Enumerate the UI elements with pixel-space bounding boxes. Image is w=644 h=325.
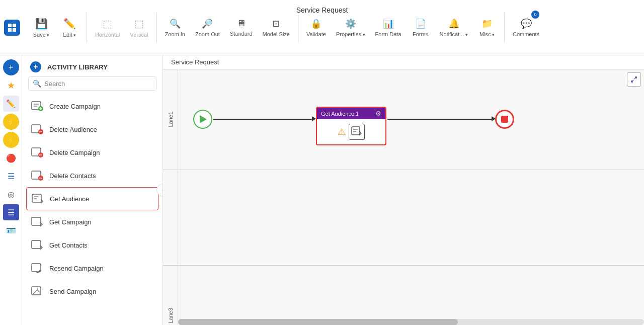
search-input[interactable] xyxy=(44,80,152,88)
lane3: Lane3 xyxy=(163,266,644,325)
expand-canvas-button[interactable] xyxy=(627,72,641,87)
vertical-button[interactable]: ⬚ Vertical xyxy=(126,8,152,48)
nav-yellow-button[interactable]: ⚡ xyxy=(3,132,19,148)
lane1-label-box: Lane1 xyxy=(163,69,178,170)
edit-button[interactable]: ✏️ Edit xyxy=(56,8,83,48)
node-content xyxy=(349,124,365,140)
node-title: Get Audience.1 xyxy=(321,111,359,117)
save-button[interactable]: 💾 Save xyxy=(28,8,54,48)
delete-contacts-label: Delete Contacts xyxy=(49,172,96,180)
nav-edit-button[interactable]: ✏️ xyxy=(3,96,19,112)
lane1: Lane1 Get Audience.1 ⚙ ⚠ xyxy=(163,69,644,170)
node-gear-button[interactable]: ⚙ xyxy=(375,110,381,117)
svg-rect-27 xyxy=(352,127,360,135)
search-box[interactable]: 🔍 xyxy=(28,76,156,91)
start-node[interactable] xyxy=(193,110,212,129)
model-size-button[interactable]: ⊡ Model Size xyxy=(259,8,294,48)
nav-icons: + ★ ✏️ ⚡ ⚡ 🔴 ☰ ◎ ☰ 🪪 xyxy=(0,55,22,325)
forms-button[interactable]: 📄 Forms xyxy=(408,8,434,48)
save-label: Save xyxy=(33,32,50,38)
nav-list-button[interactable]: 🔴 xyxy=(3,150,19,166)
form-data-button[interactable]: 📊 Form Data xyxy=(371,8,406,48)
delete-campaign-icon xyxy=(30,145,44,159)
svg-rect-0 xyxy=(8,23,12,27)
zoom-out-button[interactable]: 🔎 Zoom Out xyxy=(191,8,224,48)
comments-badge: 0 xyxy=(531,11,539,19)
notifications-icon: 🔔 xyxy=(448,18,459,29)
activity-list: Create Campaign Delete Audience xyxy=(22,95,163,325)
app-logo xyxy=(4,20,20,36)
standard-icon: 🖥 xyxy=(236,18,246,29)
activity-item-send-campaign[interactable]: Send Campaign xyxy=(22,280,163,303)
nav-id-button[interactable]: 🪪 xyxy=(3,222,19,238)
lane2-label-box xyxy=(163,170,178,265)
canvas[interactable]: Lane1 Get Audience.1 ⚙ ⚠ xyxy=(163,69,644,325)
forms-label: Forms xyxy=(413,31,428,37)
end-node[interactable] xyxy=(495,110,514,129)
edit-label: Edit xyxy=(63,32,76,38)
divider3 xyxy=(298,13,298,43)
vertical-label: Vertical xyxy=(130,32,148,38)
nav-list2-button[interactable]: ☰ xyxy=(3,168,19,184)
activity-item-delete-campaign[interactable]: Delete Campaign xyxy=(22,141,163,164)
zoom-out-icon: 🔎 xyxy=(202,18,213,29)
activity-library-title: ACTIVITY LIBRARY xyxy=(47,63,108,71)
add-activity-button[interactable]: + xyxy=(30,61,41,72)
nav-special-button[interactable]: ⚡ xyxy=(3,114,19,130)
activity-header: + ACTIVITY LIBRARY xyxy=(22,55,163,76)
model-size-icon: ⊡ xyxy=(272,18,280,29)
zoom-in-button[interactable]: 🔍 Zoom In xyxy=(161,8,189,48)
nav-circle-button[interactable]: ◎ xyxy=(3,186,19,202)
lane1-label: Lane1 xyxy=(168,112,174,127)
zoom-out-label: Zoom Out xyxy=(195,31,220,37)
svg-rect-3 xyxy=(13,28,16,31)
scrollbar-thumb[interactable] xyxy=(178,319,458,325)
lane3-label: Lane3 xyxy=(168,308,174,323)
canvas-scrollbar[interactable] xyxy=(178,319,644,325)
resend-campaign-icon xyxy=(30,261,44,275)
vertical-icon: ⬚ xyxy=(134,18,144,30)
delete-campaign-label: Delete Campaign xyxy=(49,149,100,156)
misc-button[interactable]: 📁 Misc xyxy=(474,8,500,48)
comments-icon: 💬 xyxy=(521,18,532,29)
horizontal-icon: ⬚ xyxy=(103,18,112,30)
notifications-button[interactable]: 🔔 Notificat... xyxy=(436,8,472,48)
comments-button[interactable]: 0 💬 Comments xyxy=(509,8,543,48)
nav-star-button[interactable]: ★ xyxy=(3,77,19,94)
activity-item-get-campaign[interactable]: Get Campaign xyxy=(22,210,163,233)
nav-list3-button[interactable]: ☰ xyxy=(3,204,19,220)
svg-rect-2 xyxy=(8,28,12,31)
misc-icon: 📁 xyxy=(481,18,493,29)
get-contacts-label: Get Contacts xyxy=(49,241,88,249)
search-icon: 🔍 xyxy=(33,79,41,88)
svg-rect-22 xyxy=(32,217,41,225)
arrow-1 xyxy=(312,116,316,121)
lane3-label-box: Lane3 xyxy=(163,266,178,325)
create-campaign-icon xyxy=(30,99,44,113)
divider xyxy=(87,13,87,43)
notifications-label: Notificat... xyxy=(440,31,468,37)
delete-audience-icon xyxy=(30,122,44,136)
node-body: ⚠ xyxy=(317,119,385,144)
get-audience-node[interactable]: Get Audience.1 ⚙ ⚠ xyxy=(316,107,386,145)
standard-button[interactable]: 🖥 Standard xyxy=(226,8,257,48)
get-campaign-icon xyxy=(30,215,44,229)
page-title: Service Request xyxy=(296,6,348,14)
activity-item-create-campaign[interactable]: Create Campaign xyxy=(22,95,163,118)
save-icon: 💾 xyxy=(35,18,48,30)
horizontal-button[interactable]: ⬚ Horizontal xyxy=(91,8,124,48)
activity-item-get-contacts[interactable]: Get Contacts xyxy=(22,233,163,257)
nav-plus-button[interactable]: + xyxy=(3,59,19,75)
get-campaign-label: Get Campaign xyxy=(49,218,92,226)
activity-item-resend-campaign[interactable]: Resend Campaign xyxy=(22,257,163,280)
activity-item-get-audience[interactable]: Get Audience xyxy=(26,187,158,210)
validate-label: Validate xyxy=(306,31,326,37)
horizontal-label: Horizontal xyxy=(95,32,120,38)
form-data-label: Form Data xyxy=(375,31,401,37)
misc-label: Misc xyxy=(479,31,495,37)
activity-item-delete-audience[interactable]: Delete Audience xyxy=(22,118,163,141)
canvas-area: Service Request Lane1 Get Audience.1 ⚙ xyxy=(163,55,644,325)
connector-2 xyxy=(387,119,493,120)
activity-item-delete-contacts[interactable]: Delete Contacts xyxy=(22,164,163,187)
zoom-in-icon: 🔍 xyxy=(170,18,181,29)
